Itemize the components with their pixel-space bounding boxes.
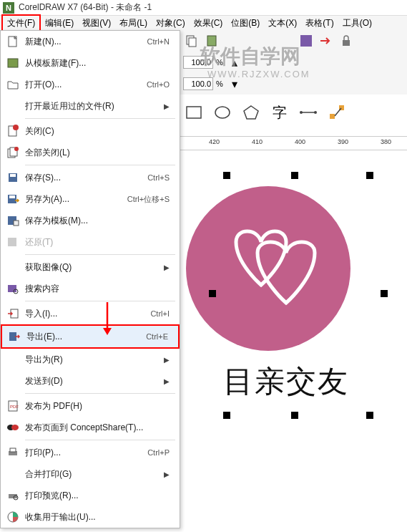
- separator: [25, 301, 175, 301]
- menu-label: 导出为(R): [25, 354, 164, 366]
- menu-export[interactable]: 导出(E)... Ctrl+E: [1, 324, 180, 349]
- menu-effects[interactable]: 效果(C): [190, 16, 227, 31]
- selection-handle[interactable]: [291, 412, 298, 419]
- close-all-icon: [1, 146, 25, 159]
- menu-from-template[interactable]: 从模板新建(F)...: [1, 52, 180, 74]
- save-template-icon: [1, 215, 25, 226]
- submenu-arrow-icon: ▶: [164, 470, 174, 478]
- selection-handle[interactable]: [381, 290, 388, 297]
- menu-object[interactable]: 对象(C): [152, 16, 190, 31]
- submenu-arrow-icon: ▶: [164, 377, 174, 385]
- menu-close[interactable]: 关闭(C): [1, 120, 180, 142]
- menu-save-as[interactable]: 另存为(A)... Ctrl+位移+S: [1, 188, 180, 210]
- scale-x-input[interactable]: [183, 56, 213, 69]
- text-tool-icon[interactable]: 字: [270, 103, 289, 122]
- menu-import[interactable]: 导入(I)... Ctrl+I: [1, 303, 180, 324]
- menu-layout[interactable]: 布局(L): [115, 16, 152, 31]
- menu-label: 全部关闭(L): [25, 147, 174, 159]
- menu-print-preview[interactable]: 打印预览(R)...: [1, 485, 180, 506]
- menu-text[interactable]: 文本(X): [264, 16, 301, 31]
- arrow-red-icon[interactable]: [318, 32, 335, 49]
- shape-tools-row: 字: [180, 99, 350, 126]
- menu-acquire[interactable]: 获取图像(Q) ▶: [1, 256, 180, 278]
- submenu-arrow-icon: ▶: [164, 356, 174, 364]
- svg-rect-3: [300, 35, 312, 47]
- svg-rect-22: [10, 174, 16, 177]
- selection-handle[interactable]: [366, 172, 373, 179]
- app-logo-icon: N: [3, 2, 14, 14]
- submenu-arrow-icon: ▶: [164, 102, 174, 110]
- menu-search[interactable]: 搜索内容: [1, 278, 180, 299]
- shortcut: Ctrl+E: [146, 332, 172, 341]
- title-bar: N CorelDRAW X7 (64-Bit) - 未命名 -1: [0, 0, 407, 16]
- svg-point-17: [13, 125, 19, 130]
- ruler-tick: 380: [381, 138, 391, 145]
- stepper-icon[interactable]: ▴: [226, 54, 243, 71]
- menu-label: 打开(O)...: [25, 79, 147, 91]
- ruler-tick: 410: [252, 138, 263, 145]
- menu-collect[interactable]: 收集用于输出(U)...: [1, 506, 180, 528]
- logo-text[interactable]: 目亲交友: [186, 362, 386, 402]
- menu-close-all[interactable]: 全部关闭(L): [1, 142, 180, 163]
- menu-recent[interactable]: 打开最近用过的文件(R) ▶: [1, 95, 180, 117]
- menu-tools[interactable]: 工具(O): [338, 16, 376, 31]
- hearts-icon: [204, 213, 333, 324]
- canvas[interactable]: 目亲交友: [180, 150, 407, 532]
- scale-y-input[interactable]: [183, 77, 213, 90]
- dimension-tool-icon[interactable]: [299, 103, 318, 122]
- menu-edit[interactable]: 编辑(E): [41, 16, 78, 31]
- menu-label: 收集用于输出(U)...: [25, 511, 174, 523]
- menu-view[interactable]: 视图(V): [78, 16, 115, 31]
- save-as-icon: [1, 193, 25, 205]
- separator: [25, 165, 175, 165]
- stepper-icon-2[interactable]: ▾: [226, 75, 243, 92]
- polygon-tool-icon[interactable]: [242, 103, 260, 122]
- menu-save[interactable]: 保存(S)... Ctrl+S: [1, 167, 180, 188]
- menu-merge-print[interactable]: 合并打印(G) ▶: [1, 463, 180, 485]
- revert-icon: [1, 236, 25, 248]
- logo-circle-shape[interactable]: [186, 186, 350, 351]
- menu-label: 导入(I)...: [25, 308, 150, 320]
- menu-label: 导出(E)...: [26, 331, 146, 343]
- selection-handle[interactable]: [291, 172, 298, 179]
- menu-conceptshare[interactable]: 发布页面到 ConceptShare(T)...: [1, 417, 180, 438]
- svg-point-6: [215, 107, 230, 118]
- menu-label: 合并打印(G): [25, 468, 164, 480]
- connector-tool-icon[interactable]: [328, 103, 346, 122]
- lock-icon[interactable]: [338, 32, 355, 49]
- file-menu-dropdown: 新建(N)... Ctrl+N 从模板新建(F)... 打开(O)... Ctr…: [0, 30, 180, 528]
- menu-label: 保存(S)...: [25, 172, 147, 184]
- paste-icon[interactable]: [203, 32, 220, 49]
- menu-label: 发布页面到 ConceptShare(T)...: [25, 422, 174, 434]
- svg-point-35: [11, 425, 19, 430]
- menu-label: 保存为模板(M)...: [25, 215, 174, 227]
- menu-table[interactable]: 表格(T): [301, 16, 338, 31]
- selection-handle[interactable]: [366, 412, 373, 419]
- svg-rect-11: [330, 114, 335, 119]
- menu-print[interactable]: 打印(P)... Ctrl+P: [1, 442, 180, 463]
- shortcut: Ctrl+位移+S: [127, 194, 174, 205]
- menu-bitmap[interactable]: 位图(B): [227, 16, 264, 31]
- menu-open[interactable]: 打开(O)... Ctrl+O: [1, 74, 180, 95]
- menu-send-to[interactable]: 发送到(D) ▶: [1, 370, 180, 392]
- menu-file[interactable]: 文件(F): [1, 14, 41, 32]
- separator: [25, 393, 175, 394]
- rectangle-tool-icon[interactable]: [185, 103, 203, 122]
- menu-export-as[interactable]: 导出为(R) ▶: [1, 349, 180, 370]
- menu-label: 发送到(D): [25, 375, 164, 387]
- selection-handle[interactable]: [223, 172, 230, 179]
- import-icon: [1, 308, 25, 319]
- copy-icon[interactable]: [183, 32, 200, 49]
- svg-rect-38: [9, 494, 17, 498]
- menu-save-template[interactable]: 保存为模板(M)...: [1, 210, 180, 231]
- selection-handle[interactable]: [223, 412, 230, 419]
- menu-revert: 还原(T): [1, 231, 180, 253]
- folder-open-icon: [1, 79, 25, 90]
- selection-handle[interactable]: [209, 290, 216, 297]
- fill-icon[interactable]: [298, 32, 315, 49]
- menu-new[interactable]: 新建(N)... Ctrl+N: [1, 31, 180, 52]
- svg-rect-4: [343, 40, 350, 46]
- ellipse-tool-icon[interactable]: [213, 103, 232, 122]
- menu-pdf[interactable]: PDF 发布为 PDF(H): [1, 395, 180, 417]
- separator: [25, 440, 175, 440]
